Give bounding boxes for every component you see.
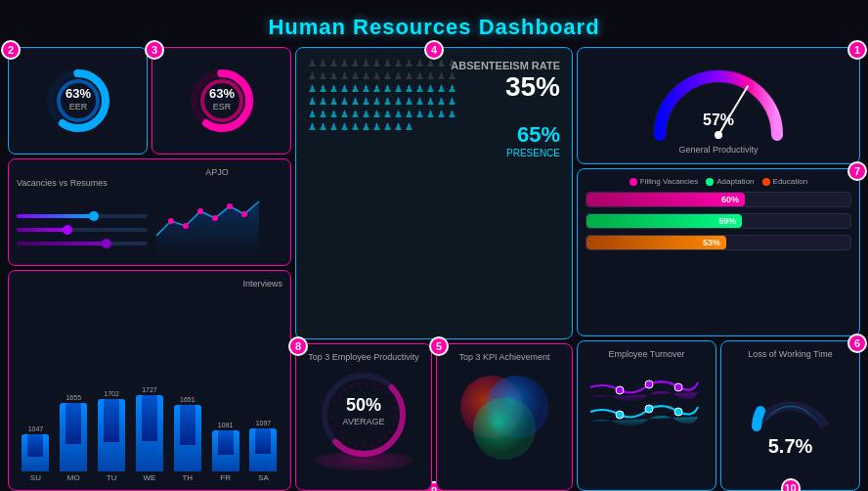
apjo-title: APJO	[152, 167, 282, 177]
badge-8: 8	[288, 336, 308, 356]
person-icon: ♟	[308, 58, 317, 68]
badge-6: 6	[847, 334, 867, 353]
person-icon: ♟	[351, 58, 360, 68]
slider-2[interactable]	[17, 228, 148, 232]
svg-point-10	[227, 203, 233, 209]
person-icon: ♟	[415, 109, 424, 119]
progress-row-1: 60%	[586, 192, 851, 207]
person-icon: ♟	[405, 96, 413, 107]
person-icon: ♟	[351, 109, 360, 119]
person-icon: ♟	[362, 96, 370, 107]
general-productivity-card: 1	[577, 47, 860, 164]
turnover-card: Employee Turnover	[577, 340, 716, 491]
person-icon: ♟	[415, 70, 424, 81]
apjo-chart	[152, 177, 269, 255]
svg-point-28	[674, 408, 682, 416]
person-icon: ♟	[351, 96, 360, 107]
vacancy-card: Vacancies vs Resumes	[8, 158, 291, 266]
person-icon: ♟	[329, 70, 338, 81]
person-icon: ♟	[351, 83, 360, 94]
person-icon: ♟	[405, 83, 413, 94]
person-icon: ♟	[394, 121, 403, 132]
person-icon: ♟	[340, 96, 349, 107]
slider-1[interactable]	[17, 214, 148, 218]
person-icon: ♟	[362, 121, 370, 132]
legend-dot-education	[762, 178, 770, 186]
svg-point-11	[241, 211, 247, 217]
person-icon: ♟	[405, 109, 413, 119]
left-column: 2 63% EER 3 63%	[8, 47, 291, 491]
bottom-two-center: 8 Top 3 Employee Productivity 50% AVERAG…	[295, 343, 573, 491]
bar-group-sa: 1097 SA	[249, 420, 277, 482]
bar-group-fr: 1081 FR	[212, 422, 239, 482]
eer-label: EER	[68, 102, 87, 112]
slider-3[interactable]	[17, 242, 148, 246]
person-icon: ♟	[437, 109, 446, 119]
person-icon: ♟	[319, 121, 327, 132]
person-icon: ♟	[362, 70, 370, 81]
person-icon: ♟	[448, 83, 456, 94]
svg-point-8	[197, 208, 203, 214]
badge-10: 10	[781, 478, 801, 491]
eer-card: 2 63% EER	[8, 47, 148, 155]
svg-point-24	[645, 380, 653, 388]
apjo-section: APJO	[152, 167, 282, 257]
legend-education: Education	[762, 177, 808, 186]
person-icon: ♟	[405, 58, 413, 68]
person-icon: ♟	[362, 109, 370, 119]
bar-group-mo: 1655 MO	[60, 394, 87, 482]
svg-point-19	[473, 397, 536, 460]
esr-donut: 63% ESR	[188, 67, 256, 135]
person-icon: ♟	[308, 121, 317, 132]
interviews-title: Interviews	[17, 279, 282, 289]
right-column: 1	[577, 47, 860, 491]
person-icon: ♟	[351, 121, 360, 132]
person-icon: ♟	[372, 121, 381, 132]
svg-point-25	[674, 383, 682, 391]
kpi-card: 5 Top 3 KPI Achievement	[436, 343, 573, 491]
person-icon: ♟	[372, 58, 381, 68]
svg-point-23	[616, 386, 624, 394]
person-icon: ♟	[319, 70, 327, 81]
svg-text:AVERAGE: AVERAGE	[343, 417, 385, 426]
person-icon: ♟	[394, 83, 403, 94]
person-icon: ♟	[308, 109, 317, 119]
person-icon: ♟	[426, 109, 435, 119]
person-icon: ♟	[372, 109, 381, 119]
person-icon: ♟	[308, 83, 317, 94]
person-icon: ♟	[394, 70, 403, 81]
svg-point-6	[168, 218, 174, 224]
person-icon: ♟	[394, 96, 403, 107]
badge-1: 1	[847, 40, 867, 60]
person-icon: ♟	[426, 83, 435, 94]
svg-point-7	[183, 223, 189, 229]
dashboard: Human Resources Dashboard 2 63% EER	[0, 0, 868, 491]
person-icon: ♟	[383, 70, 392, 81]
main-grid: 2 63% EER 3 63%	[8, 47, 860, 491]
person-icon: ♟	[362, 58, 370, 68]
person-icon: ♟	[329, 96, 338, 107]
person-icon: ♟	[329, 121, 338, 132]
filling-legend: Filling Vacancies Adaptation Education	[586, 177, 851, 186]
person-icon: ♟	[415, 58, 424, 68]
person-icon: ♟	[383, 58, 392, 68]
person-icon: ♟	[394, 58, 403, 68]
bar-chart: 1047 SU 1655 MO 1702	[17, 289, 282, 482]
turnover-chart	[586, 363, 703, 441]
person-icon: ♟	[383, 83, 392, 94]
svg-point-9	[212, 215, 218, 221]
filling-card: 7 Filling Vacancies Adaptation Education	[577, 168, 860, 336]
person-icon: ♟	[437, 96, 446, 107]
bottom-right: Employee Turnover	[577, 340, 860, 491]
svg-point-14	[332, 383, 395, 446]
person-icon: ♟	[319, 96, 327, 107]
person-icon: ♟	[372, 70, 381, 81]
person-icon: ♟	[437, 58, 446, 68]
legend-filling: Filling Vacancies	[629, 177, 698, 186]
productivity-donut: 50% AVERAGE	[315, 366, 412, 464]
badge-5: 5	[429, 336, 449, 356]
svg-point-27	[645, 405, 653, 413]
person-icon: ♟	[383, 96, 392, 107]
person-icon: ♟	[329, 83, 338, 94]
person-icon: ♟	[329, 109, 338, 119]
